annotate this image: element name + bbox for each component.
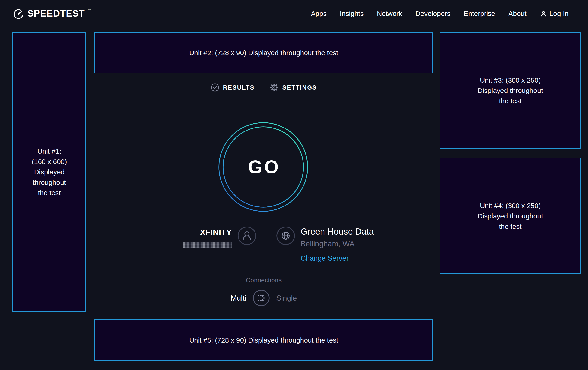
ad-unit-5-label: Unit #5: (728 x 90) Displayed throughout… [189,335,338,345]
isp-block: XFINITY [183,225,232,248]
server-provider: Green House Data [301,227,374,237]
server-location: Bellingham, WA [301,240,374,248]
ad-unit-3-label: Unit #3: (300 x 250) Displayed throughou… [473,75,547,106]
nav-item-apps[interactable]: Apps [311,10,326,18]
gear-icon [270,83,279,92]
check-circle-icon [211,83,220,92]
ad-unit-4[interactable]: Unit #4: (300 x 250) Displayed throughou… [440,158,581,274]
nav-item-network[interactable]: Network [377,10,402,18]
go-button[interactable]: GO [219,122,308,212]
logo-trademark: ™ [88,8,91,12]
tab-results-label: RESULTS [223,84,255,91]
logo-text: SPEEDTEST [27,8,84,19]
isp-name: XFINITY [183,228,232,237]
ad-unit-4-label: Unit #4: (300 x 250) Displayed throughou… [473,200,547,232]
speedtest-logo[interactable]: SPEEDTEST ™ [13,8,91,19]
tab-settings[interactable]: SETTINGS [270,83,317,92]
gauge-icon [13,8,24,19]
tab-results[interactable]: RESULTS [211,83,255,92]
multi-arrows-icon[interactable] [253,290,270,307]
person-circle-icon [237,226,256,246]
isp-detail-redacted [183,242,232,248]
ad-unit-1[interactable]: Unit #1: (160 x 600) Displayed throughou… [12,32,86,312]
nav-item-about[interactable]: About [508,10,526,18]
globe-icon [276,226,295,246]
server-block: Green House Data Bellingham, WA Change S… [301,225,374,262]
test-tabs: RESULTS [94,83,433,92]
tab-settings-label: SETTINGS [282,84,317,91]
connections-multi-label[interactable]: Multi [231,294,246,302]
ad-unit-2-label: Unit #2: (728 x 90) Displayed throughout… [189,48,338,58]
test-meta-row: XFINITY Green House Data Bellingham, WA … [94,225,433,262]
ad-unit-1-label: Unit #1: (160 x 600) Displayed throughou… [31,146,68,198]
nav-item-insights[interactable]: Insights [340,10,364,18]
go-label: GO [219,122,308,212]
connections-single-label[interactable]: Single [276,294,297,302]
login-button[interactable]: Log In [540,10,569,18]
ad-unit-3[interactable]: Unit #3: (300 x 250) Displayed throughou… [440,32,581,149]
ad-unit-5[interactable]: Unit #5: (728 x 90) Displayed throughout… [94,320,433,361]
nav-links: Apps Insights Network Developers Enterpr… [311,10,569,18]
change-server-link[interactable]: Change Server [301,254,374,262]
login-label: Log In [549,10,569,18]
connections-label: Connections [94,277,433,284]
speedtest-page: SPEEDTEST ™ Apps Insights Network Develo… [0,0,588,370]
nav-item-enterprise[interactable]: Enterprise [463,10,495,18]
connections-toggle-row: Multi Single [231,290,297,307]
nav-item-developers[interactable]: Developers [415,10,451,18]
top-nav: SPEEDTEST ™ Apps Insights Network Develo… [0,0,588,27]
person-icon [540,10,547,17]
ad-unit-2[interactable]: Unit #2: (728 x 90) Displayed throughout… [94,32,433,73]
connections-section: Connections Multi [94,277,433,307]
